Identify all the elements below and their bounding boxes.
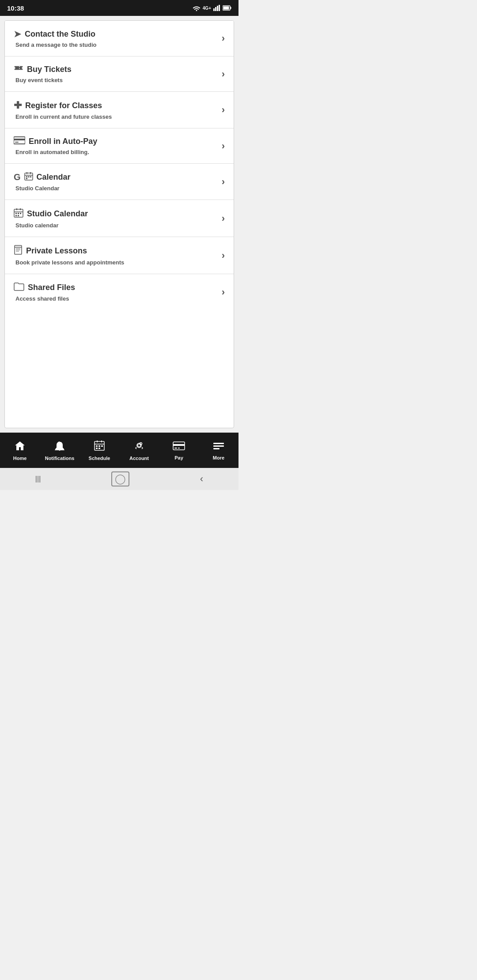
svg-rect-27 (18, 215, 19, 216)
pay-label: Pay (174, 455, 183, 460)
svg-rect-0 (213, 8, 215, 11)
svg-point-45 (138, 444, 140, 447)
enroll-autopay-chevron: › (222, 140, 225, 152)
svg-rect-51 (213, 445, 224, 447)
buy-tickets-item[interactable]: Buy Tickets Buy event tickets › (5, 57, 234, 92)
svg-rect-17 (30, 176, 31, 177)
notifications-icon (54, 441, 65, 454)
account-label: Account (129, 456, 149, 461)
svg-rect-16 (28, 176, 29, 177)
android-recent-button[interactable]: ||| (35, 475, 41, 483)
pay-icon (173, 441, 185, 453)
shared-files-item[interactable]: Shared Files Access shared files › (5, 274, 234, 310)
buy-tickets-subtitle: Buy event tickets (14, 77, 72, 83)
contact-studio-subtitle: Send a message to the studio (14, 41, 97, 48)
svg-rect-47 (173, 444, 185, 446)
home-icon (14, 441, 26, 454)
buy-tickets-chevron: › (222, 68, 225, 80)
google-icon: G (14, 172, 21, 182)
more-label: More (213, 455, 224, 460)
buy-tickets-title: Buy Tickets (14, 64, 72, 75)
enroll-autopay-title: Enroll in Auto-Pay (14, 136, 97, 147)
more-icon (212, 441, 225, 453)
signal-4g-icon: 4G+ (203, 6, 211, 11)
book-icon (14, 245, 23, 257)
folder-icon (14, 282, 24, 293)
register-classes-title: ✚ Register for Classes (14, 100, 112, 111)
register-classes-item[interactable]: ✚ Register for Classes Enroll in current… (5, 92, 234, 128)
enroll-autopay-left: Enroll in Auto-Pay Enroll in automated b… (14, 136, 97, 155)
svg-rect-41 (96, 448, 98, 449)
battery-icon (223, 5, 231, 11)
svg-rect-49 (178, 448, 180, 449)
shared-files-subtitle: Access shared files (14, 295, 75, 302)
svg-rect-26 (15, 215, 17, 216)
register-classes-subtitle: Enroll in current and future classes (14, 113, 112, 120)
enroll-autopay-subtitle: Enroll in automated billing. (14, 149, 97, 155)
svg-rect-25 (20, 213, 21, 214)
calendar-left: G Calendar Studio Calendar (14, 172, 71, 192)
calendar-chevron: › (222, 176, 225, 188)
studio-calendar-subtitle: Studio calendar (14, 222, 88, 229)
android-home-button[interactable]: ◯ (111, 471, 129, 486)
android-back-button[interactable]: ‹ (200, 473, 203, 485)
send-icon: ➤ (14, 29, 21, 39)
account-icon (133, 441, 145, 454)
private-lessons-item[interactable]: Private Lessons Book private lessons and… (5, 237, 234, 274)
contact-studio-left: ➤ Contact the Studio Send a message to t… (14, 29, 97, 48)
svg-rect-9 (14, 139, 25, 140)
svg-rect-3 (219, 5, 220, 11)
svg-rect-50 (213, 443, 224, 444)
studio-calendar-left: Studio Calendar Studio calendar (14, 208, 88, 229)
enroll-autopay-item[interactable]: Enroll in Auto-Pay Enroll in automated b… (5, 128, 234, 164)
studio-calendar-item[interactable]: Studio Calendar Studio calendar › (5, 200, 234, 237)
private-lessons-title: Private Lessons (14, 245, 124, 257)
nav-account[interactable]: Account (119, 441, 159, 461)
content-area: ➤ Contact the Studio Send a message to t… (4, 20, 234, 428)
android-nav-bar: ||| ◯ ‹ (0, 468, 238, 490)
status-time: 10:38 (7, 4, 24, 12)
shared-files-title: Shared Files (14, 282, 75, 293)
nav-home[interactable]: Home (0, 441, 40, 461)
notifications-label: Notifications (45, 456, 75, 461)
schedule-icon (94, 441, 105, 454)
ticket-icon (14, 64, 23, 75)
shared-files-left: Shared Files Access shared files (14, 282, 75, 302)
status-bar: 10:38 4G+ (0, 0, 238, 16)
nav-schedule[interactable]: Schedule (80, 441, 119, 461)
svg-rect-40 (101, 445, 103, 447)
svg-rect-2 (217, 6, 218, 11)
calendar-item[interactable]: G Calendar Studio Calendar (5, 164, 234, 200)
nav-notifications[interactable]: Notifications (40, 441, 80, 461)
svg-rect-5 (231, 7, 231, 9)
svg-rect-48 (174, 448, 177, 449)
wifi-icon (193, 5, 201, 11)
svg-rect-38 (96, 445, 98, 447)
calendar-icon (24, 172, 33, 183)
svg-rect-24 (18, 213, 19, 214)
svg-marker-33 (55, 449, 64, 450)
studio-calendar-chevron: › (222, 213, 225, 224)
nav-pay[interactable]: Pay (159, 441, 199, 460)
bottom-nav: Home Notifications Sch (0, 433, 238, 468)
svg-rect-6 (223, 7, 229, 10)
shared-files-chevron: › (222, 286, 225, 298)
plus-icon: ✚ (14, 100, 22, 111)
calendar-subtitle: Studio Calendar (14, 185, 71, 192)
svg-rect-23 (15, 213, 17, 214)
register-classes-left: ✚ Register for Classes Enroll in current… (14, 100, 112, 120)
svg-rect-10 (15, 142, 19, 143)
status-icons: 4G+ (193, 5, 231, 11)
calendar-title: G Calendar (14, 172, 71, 183)
buy-tickets-left: Buy Tickets Buy event tickets (14, 64, 72, 83)
svg-rect-15 (26, 176, 27, 177)
svg-rect-18 (26, 178, 27, 179)
studio-calendar-title: Studio Calendar (14, 208, 88, 220)
nav-more[interactable]: More (199, 441, 238, 460)
studio-calendar-icon (14, 208, 23, 220)
contact-studio-item[interactable]: ➤ Contact the Studio Send a message to t… (5, 21, 234, 57)
contact-studio-chevron: › (222, 33, 225, 44)
private-lessons-left: Private Lessons Book private lessons and… (14, 245, 124, 266)
schedule-label: Schedule (89, 456, 110, 461)
svg-rect-42 (98, 448, 100, 449)
